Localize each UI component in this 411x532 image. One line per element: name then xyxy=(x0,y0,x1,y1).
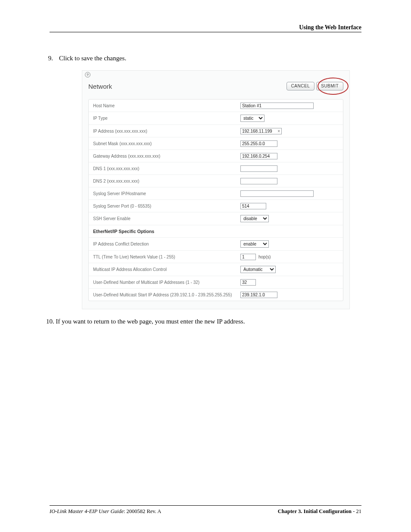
row-dns2: DNS 2 (xxx.xxx.xxx.xxx) xyxy=(89,175,343,187)
ip-address-input[interactable] xyxy=(240,128,282,134)
row-acd: IP Address Conflict Detection enable xyxy=(89,238,343,251)
gateway-label: Gateway Address (xxx.xxx.xxx.xxx) xyxy=(93,154,240,159)
gateway-input[interactable] xyxy=(240,153,277,159)
subnet-mask-label: Subnet Mask (xxx.xxx.xxx.xxx) xyxy=(93,141,240,146)
section-eip-header: EtherNet/IP Specific Options xyxy=(89,225,343,238)
header-rule xyxy=(50,32,361,32)
row-mcast-count: User-Defined Number of Multicast IP Addr… xyxy=(89,276,343,289)
footer-doc-rev: : 2000582 Rev. A xyxy=(124,508,161,514)
network-config-screenshot: ? Network CANCEL SUBMIT Host Name IP Typ… xyxy=(82,70,350,309)
syslog-host-input[interactable] xyxy=(240,190,314,197)
row-mcast-start: User-Defined Multicast Start IP Address … xyxy=(89,289,343,301)
row-host-name: Host Name xyxy=(89,100,343,112)
row-syslog-host: Syslog Server IP/Hostname xyxy=(89,187,343,200)
row-ssh-enable: SSH Server Enable disable xyxy=(89,212,343,225)
ip-type-select[interactable]: static xyxy=(240,115,265,122)
ttl-label: TTL (Time To Live) Network Value (1 - 25… xyxy=(93,255,240,259)
subnet-mask-input[interactable] xyxy=(240,140,277,147)
footer-page-number: - 21 xyxy=(352,508,361,514)
footer-left: IO-Link Master 4-EIP User Guide: 2000582… xyxy=(50,508,161,515)
cancel-button[interactable]: CANCEL xyxy=(286,82,315,90)
dns2-input[interactable] xyxy=(240,178,277,184)
row-subnet-mask: Subnet Mask (xxx.xxx.xxx.xxx) xyxy=(89,137,343,150)
clear-ip-icon[interactable]: × xyxy=(277,129,280,134)
mcast-alloc-select[interactable]: Automatic xyxy=(240,266,276,273)
acd-select[interactable]: enable xyxy=(240,240,269,248)
row-gateway: Gateway Address (xxx.xxx.xxx.xxx) xyxy=(89,150,343,162)
row-ip-address: IP Address (xxx.xxx.xxx.xxx) × xyxy=(89,125,343,137)
mcast-start-input[interactable] xyxy=(240,292,277,298)
host-name-label: Host Name xyxy=(93,103,240,108)
config-card: Host Name IP Type static IP Address (xxx… xyxy=(88,99,343,301)
syslog-host-label: Syslog Server IP/Hostname xyxy=(93,191,240,196)
step-9-text: Click to save the changes. xyxy=(59,54,361,62)
ip-address-label: IP Address (xxx.xxx.xxx.xxx) xyxy=(93,129,240,134)
panel-title: Network xyxy=(88,83,112,90)
ip-type-label: IP Type xyxy=(93,116,240,121)
mcast-count-label: User-Defined Number of Multicast IP Addr… xyxy=(93,280,240,285)
footer-right: Chapter 3. Initial Configuration - 21 xyxy=(278,508,361,515)
running-header: Using the Web Interface xyxy=(50,24,361,31)
row-ttl: TTL (Time To Live) Network Value (1 - 25… xyxy=(89,251,343,263)
footer-chapter: Chapter 3. Initial Configuration xyxy=(278,508,352,514)
ttl-input[interactable] xyxy=(240,254,256,260)
footer-rule xyxy=(50,505,361,506)
step-9: 9. Click to save the changes. xyxy=(45,54,361,62)
host-name-input[interactable] xyxy=(240,103,314,109)
footer-doc-title: IO-Link Master 4-EIP User Guide xyxy=(50,508,124,514)
dns1-label: DNS 1 (xxx.xxx.xxx.xxx) xyxy=(93,166,240,171)
acd-label: IP Address Conflict Detection xyxy=(93,242,240,246)
step-10: 10. If you want to return to the web pag… xyxy=(46,317,361,326)
help-icon[interactable]: ? xyxy=(85,72,90,78)
submit-button[interactable]: SUBMIT xyxy=(316,82,343,90)
syslog-port-input[interactable] xyxy=(240,203,266,209)
dns2-label: DNS 2 (xxx.xxx.xxx.xxx) xyxy=(93,179,240,184)
ssh-enable-label: SSH Server Enable xyxy=(93,216,240,221)
row-syslog-port: Syslog Server Port (0 - 65535) xyxy=(89,200,343,212)
mcast-alloc-label: Multicast IP Address Allocation Control xyxy=(93,267,240,272)
row-ip-type: IP Type static xyxy=(89,112,343,125)
dns1-input[interactable] xyxy=(240,165,277,172)
step-9-number: 9. xyxy=(45,54,53,62)
ttl-unit: hop(s) xyxy=(258,255,271,259)
row-dns1: DNS 1 (xxx.xxx.xxx.xxx) xyxy=(89,162,343,175)
ssh-enable-select[interactable]: disable xyxy=(240,215,269,222)
row-mcast-alloc: Multicast IP Address Allocation Control … xyxy=(89,263,343,276)
mcast-start-label: User-Defined Multicast Start IP Address … xyxy=(93,292,240,297)
mcast-count-input[interactable] xyxy=(240,279,256,286)
syslog-port-label: Syslog Server Port (0 - 65535) xyxy=(93,204,240,208)
